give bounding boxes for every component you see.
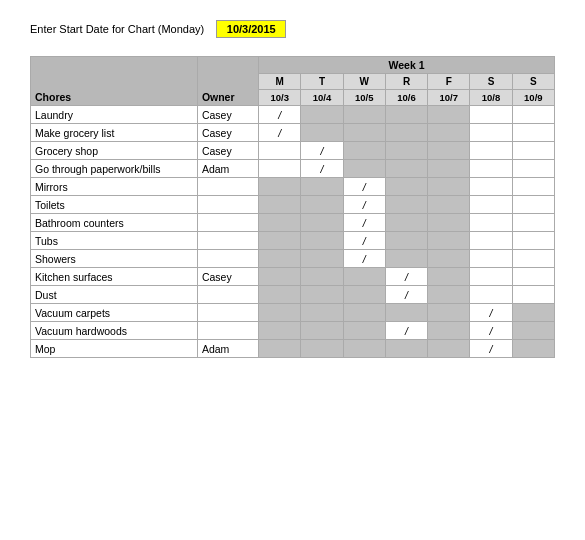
- owner-cell: [197, 250, 258, 268]
- check-cell: [259, 232, 301, 250]
- check-cell: [428, 214, 470, 232]
- day-header-cell: W: [343, 74, 385, 90]
- owner-cell: [197, 232, 258, 250]
- check-cell: [470, 250, 512, 268]
- check-cell: [343, 268, 385, 286]
- check-cell: [428, 124, 470, 142]
- check-cell: [259, 178, 301, 196]
- check-cell: [301, 214, 343, 232]
- date-header-cell: 10/9: [512, 90, 554, 106]
- check-cell: [512, 196, 554, 214]
- table-row: Bathroom counters/: [31, 214, 555, 232]
- day-header-cell: S: [512, 74, 554, 90]
- table-row: Tubs/: [31, 232, 555, 250]
- check-cell: [301, 106, 343, 124]
- page-container: Enter Start Date for Chart (Monday) 10/3…: [0, 0, 585, 368]
- chore-cell: Vacuum carpets: [31, 304, 198, 322]
- table-row: Go through paperwork/billsAdam/: [31, 160, 555, 178]
- check-cell: [385, 250, 427, 268]
- check-cell: [259, 286, 301, 304]
- check-cell: [259, 304, 301, 322]
- chore-cell: Vacuum hardwoods: [31, 322, 198, 340]
- check-cell: [512, 124, 554, 142]
- table-row: Vacuum carpets/: [31, 304, 555, 322]
- title-header-row: Chores Owner Week 1: [31, 57, 555, 74]
- check-cell: [470, 160, 512, 178]
- owner-cell: [197, 304, 258, 322]
- date-input[interactable]: 10/3/2015: [216, 20, 286, 38]
- check-cell: /: [343, 214, 385, 232]
- table-row: Kitchen surfacesCasey/: [31, 268, 555, 286]
- header-row: Enter Start Date for Chart (Monday) 10/3…: [30, 20, 555, 38]
- check-cell: /: [470, 340, 512, 358]
- check-cell: [259, 160, 301, 178]
- table-row: LaundryCasey/: [31, 106, 555, 124]
- check-cell: [343, 340, 385, 358]
- check-cell: [301, 250, 343, 268]
- check-cell: [470, 268, 512, 286]
- check-cell: [470, 232, 512, 250]
- owner-header: Owner: [197, 57, 258, 106]
- chore-cell: Showers: [31, 250, 198, 268]
- check-cell: /: [301, 160, 343, 178]
- table-row: Make grocery listCasey/: [31, 124, 555, 142]
- chore-cell: Kitchen surfaces: [31, 268, 198, 286]
- table-row: Vacuum hardwoods//: [31, 322, 555, 340]
- check-cell: [512, 340, 554, 358]
- owner-cell: [197, 214, 258, 232]
- check-cell: [301, 322, 343, 340]
- check-cell: /: [259, 106, 301, 124]
- chore-cell: Toilets: [31, 196, 198, 214]
- check-cell: [470, 142, 512, 160]
- check-cell: [343, 106, 385, 124]
- check-cell: [512, 160, 554, 178]
- check-cell: [343, 322, 385, 340]
- check-cell: [512, 214, 554, 232]
- check-cell: /: [470, 304, 512, 322]
- check-cell: /: [470, 322, 512, 340]
- check-cell: [428, 340, 470, 358]
- check-cell: [385, 232, 427, 250]
- day-header-cell: M: [259, 74, 301, 90]
- check-cell: [259, 268, 301, 286]
- check-cell: [301, 178, 343, 196]
- date-header-cell: 10/6: [385, 90, 427, 106]
- check-cell: [512, 178, 554, 196]
- owner-cell: [197, 178, 258, 196]
- check-cell: [385, 340, 427, 358]
- date-header-cell: 10/8: [470, 90, 512, 106]
- check-cell: [259, 214, 301, 232]
- check-cell: [512, 142, 554, 160]
- chore-cell: Grocery shop: [31, 142, 198, 160]
- chore-cell: Laundry: [31, 106, 198, 124]
- chore-cell: Make grocery list: [31, 124, 198, 142]
- check-cell: [301, 340, 343, 358]
- check-cell: [385, 160, 427, 178]
- header-label: Enter Start Date for Chart (Monday): [30, 23, 204, 35]
- date-header-cell: 10/4: [301, 90, 343, 106]
- check-cell: [428, 160, 470, 178]
- check-cell: [428, 250, 470, 268]
- check-cell: [428, 106, 470, 124]
- check-cell: [428, 286, 470, 304]
- owner-cell: Adam: [197, 340, 258, 358]
- check-cell: /: [259, 124, 301, 142]
- chore-cell: Dust: [31, 286, 198, 304]
- check-cell: [343, 304, 385, 322]
- check-cell: [385, 142, 427, 160]
- check-cell: [259, 340, 301, 358]
- check-cell: [385, 124, 427, 142]
- check-cell: [470, 178, 512, 196]
- day-header-cell: T: [301, 74, 343, 90]
- check-cell: [301, 286, 343, 304]
- check-cell: [512, 106, 554, 124]
- check-cell: [385, 214, 427, 232]
- day-header-cell: F: [428, 74, 470, 90]
- chore-cell: Go through paperwork/bills: [31, 160, 198, 178]
- table-row: Showers/: [31, 250, 555, 268]
- date-header-cell: 10/5: [343, 90, 385, 106]
- check-cell: [470, 196, 512, 214]
- check-cell: [428, 178, 470, 196]
- owner-cell: [197, 286, 258, 304]
- week-header: Week 1: [259, 57, 555, 74]
